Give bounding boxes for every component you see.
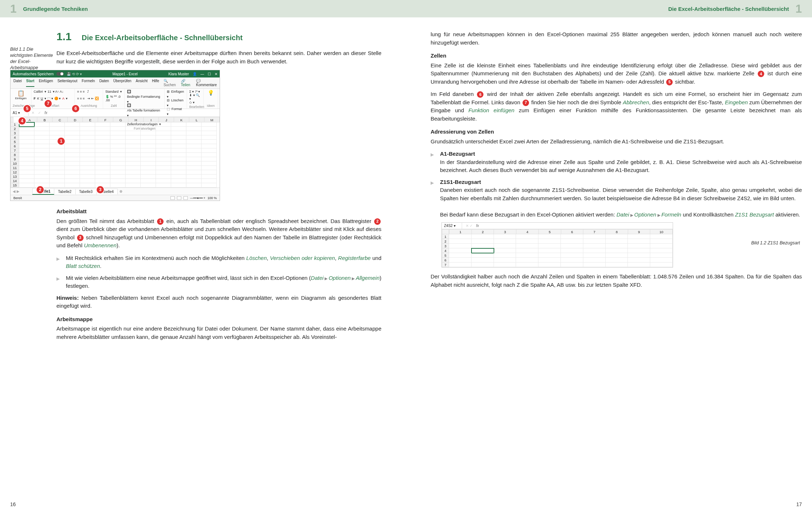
cell: [110, 122, 126, 127]
cell: [202, 183, 217, 188]
cell: [19, 157, 34, 161]
cell: [141, 157, 156, 161]
cell: [126, 157, 141, 161]
cell: [95, 122, 110, 127]
cell: [80, 166, 95, 170]
cell: [171, 157, 186, 161]
cell: [110, 148, 126, 153]
row-head-8: 8: [10, 153, 19, 157]
cell: [65, 127, 80, 131]
cell: [202, 161, 217, 166]
cell: [110, 166, 126, 170]
cell: [186, 179, 202, 183]
cell: [141, 161, 156, 166]
z-cell: [583, 248, 606, 253]
cell: [202, 144, 217, 148]
cell: [65, 170, 80, 174]
continuation-paragraph: lung für neue Arbeitsmappen können in de…: [431, 30, 802, 47]
cell: [50, 148, 65, 153]
row-head-2: 2: [10, 127, 19, 131]
cell: [34, 122, 50, 127]
cell: [202, 179, 217, 183]
page-footer: 16 17: [0, 496, 812, 513]
closing-paragraph: Der Vollständigkeit halber auch noch die…: [431, 273, 802, 289]
cell: [156, 183, 171, 188]
document-title: Mappe1 - Excel: [113, 72, 138, 76]
comments-label: Kommentare: [196, 83, 217, 87]
cell: [156, 170, 171, 174]
z-cell: [516, 253, 538, 258]
z-cell: [561, 244, 583, 248]
z-cell: [628, 244, 650, 248]
cell: [110, 170, 126, 174]
z-cell: [628, 248, 650, 253]
col-C: C: [52, 117, 68, 122]
cell: [110, 157, 126, 161]
cell: [95, 135, 110, 140]
z-cell: [628, 234, 650, 239]
triangle-bullet-icon: [56, 276, 62, 290]
cell: [19, 153, 34, 157]
cell: [156, 179, 171, 183]
cell: [186, 122, 202, 127]
cell: [171, 166, 186, 170]
z-cell: [606, 244, 628, 248]
cell: [171, 127, 186, 131]
z-cell: [583, 253, 606, 258]
cell: [50, 161, 65, 166]
cell: [19, 166, 34, 170]
inline-badge-1: 1: [157, 218, 164, 225]
user-name: Klara Muster: [168, 72, 189, 76]
cell: [141, 144, 156, 148]
cell: [202, 166, 217, 170]
page-right: lung für neue Arbeitsmappen können in de…: [406, 17, 812, 496]
cell: [34, 170, 50, 174]
col-L: L: [189, 117, 204, 122]
sheet-tab-2: Tabelle2: [54, 189, 75, 194]
cell: [110, 127, 126, 131]
excel-screenshot-figure: Automatisches Speichern 💾 ⟲ ⟳ ▾ Mappe1 -…: [10, 70, 220, 201]
sheet-add-icon: ⊕: [117, 189, 124, 194]
cell: [126, 183, 141, 188]
z-cell: [650, 258, 673, 262]
tab-einfuegen: Einfügen: [39, 79, 53, 87]
z-cell: [583, 239, 606, 244]
z-cell: [650, 262, 673, 267]
cell: [34, 157, 50, 161]
z1s1-namebox: Z4S2: [444, 224, 453, 228]
cell: [171, 174, 186, 179]
z-cell: [494, 248, 516, 253]
z-row-5: 5: [442, 253, 449, 258]
z-cell: [538, 253, 561, 258]
cell: [202, 157, 217, 161]
cell: [141, 170, 156, 174]
z-cell: [583, 234, 606, 239]
cell: [19, 148, 34, 153]
cell: [156, 140, 171, 144]
cell: [171, 140, 186, 144]
cell: [34, 174, 50, 179]
z-cell: [628, 258, 650, 262]
subhead-arbeitsblatt: Arbeitsblatt: [56, 207, 381, 216]
cell: [156, 135, 171, 140]
z-cell: [449, 239, 471, 244]
cell: [110, 161, 126, 166]
a1-head: A1-Bezugsart: [440, 151, 475, 157]
col-D: D: [68, 117, 83, 122]
tab-ueberpruefen: Überprüfen: [113, 79, 131, 87]
z-cell: [606, 234, 628, 239]
cell: [141, 122, 156, 127]
cell: [126, 179, 141, 183]
cell: [34, 161, 50, 166]
page-left: 1.1 Die Excel-Arbeitsoberfläche - Schnel…: [0, 17, 406, 496]
cell: [156, 148, 171, 153]
cell: [126, 122, 141, 127]
view-break-icon: [183, 196, 188, 200]
callout-3: 3: [97, 186, 104, 193]
z-cell: [494, 253, 516, 258]
z-cell: [628, 262, 650, 267]
cell: [141, 179, 156, 183]
cell: [186, 144, 202, 148]
number-format: Standard: [105, 90, 119, 93]
cell: [202, 174, 217, 179]
